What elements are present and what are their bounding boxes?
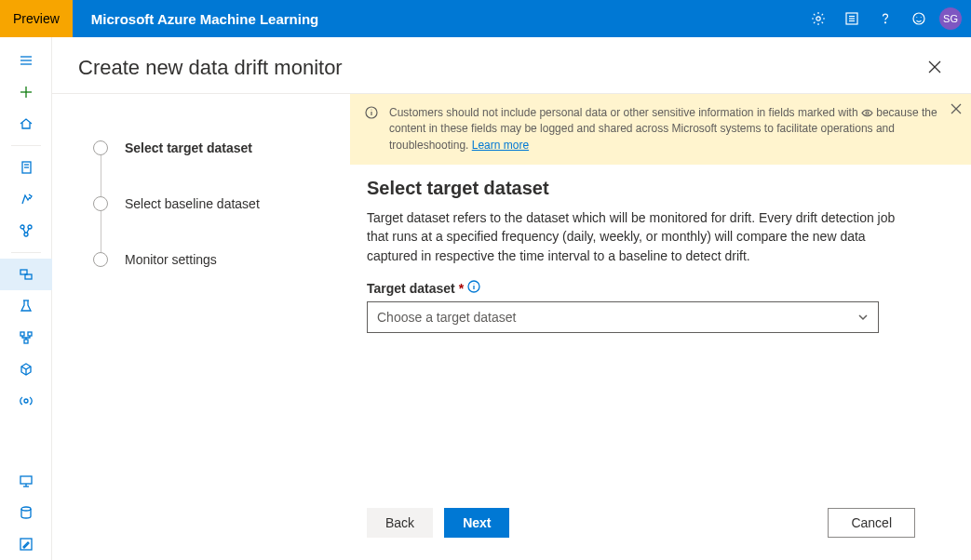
checklist-icon[interactable] [835,0,869,37]
svg-point-26 [24,399,28,403]
wizard-step-label: Select baseline dataset [125,196,260,211]
back-button[interactable]: Back [367,508,433,538]
content-pane: Customers should not include personal da… [350,94,971,560]
svg-point-8 [921,17,922,18]
feedback-icon[interactable] [902,0,936,37]
next-button[interactable]: Next [444,508,509,538]
svg-rect-27 [20,476,32,484]
product-title: Microsoft Azure Machine Learning [91,11,318,27]
wizard-step-label: Monitor settings [125,252,217,267]
step-connector [101,211,101,252]
page-title: Create new data drift monitor [78,56,343,80]
wizard-footer: Back Next Cancel [350,495,971,560]
flask-icon[interactable] [0,290,52,322]
avatar[interactable]: SG [939,7,962,30]
section-description: Target dataset refers to the dataset whi… [367,208,897,265]
chevron-down-icon [857,312,869,323]
svg-rect-23 [20,332,24,336]
plus-icon[interactable] [0,76,52,108]
svg-point-42 [474,284,475,285]
cube-icon[interactable] [0,353,52,385]
target-dataset-dropdown[interactable]: Choose a target dataset [367,301,879,333]
dismiss-icon[interactable] [951,103,962,119]
required-asterisk: * [459,281,464,296]
storage-icon[interactable] [0,497,52,528]
compute-icon[interactable] [0,465,52,497]
info-icon[interactable] [467,280,480,296]
wizard-step-baseline[interactable]: Select baseline dataset [93,196,328,211]
top-header: Preview Microsoft Azure Machine Learning… [0,0,971,37]
designer-icon[interactable] [0,322,52,353]
wizard-step-target[interactable]: Select target dataset [93,140,328,155]
svg-point-6 [913,13,924,24]
cancel-button[interactable]: Cancel [828,508,915,538]
dataset-icon[interactable] [0,259,52,290]
left-nav [0,37,52,560]
svg-point-36 [371,110,372,111]
svg-point-0 [816,17,820,20]
header-actions: SG [802,0,971,37]
help-icon[interactable] [869,0,902,37]
hamburger-icon[interactable] [0,45,52,76]
svg-point-5 [885,22,886,23]
svg-point-17 [20,225,24,229]
gear-icon[interactable] [802,0,835,37]
svg-point-7 [916,17,917,18]
page-header: Create new data drift monitor [52,37,971,94]
wizard-steps: Select target dataset Select baseline da… [52,94,350,560]
field-label: Target dataset * [367,280,915,296]
main-panel: Create new data drift monitor Select tar… [52,37,971,560]
svg-rect-25 [24,340,28,343]
form-area: Select target dataset Target dataset ref… [350,165,971,495]
home-icon[interactable] [0,108,52,140]
eye-icon [861,107,873,119]
step-circle-icon [93,196,108,211]
dropdown-placeholder: Choose a target dataset [377,310,516,325]
section-title: Select target dataset [367,178,915,199]
preview-badge: Preview [0,0,73,37]
notice-text: Customers should not include personal da… [389,105,956,153]
svg-point-37 [866,112,869,114]
step-circle-icon [93,140,108,155]
svg-rect-20 [20,270,27,274]
info-icon [365,106,380,121]
wizard-step-label: Select target dataset [125,140,252,155]
privacy-notice: Customers should not include personal da… [350,94,971,165]
pipeline-icon[interactable] [0,215,52,247]
wizard-step-settings[interactable]: Monitor settings [93,252,328,267]
svg-rect-24 [28,332,32,336]
svg-point-18 [28,225,32,229]
svg-point-30 [21,507,31,511]
edit-icon[interactable] [0,528,52,560]
learn-more-link[interactable]: Learn more [472,139,529,152]
notebook-icon[interactable] [0,152,52,183]
automl-icon[interactable] [0,183,52,215]
step-connector [101,155,101,196]
step-circle-icon [93,252,108,267]
svg-point-19 [24,233,28,236]
endpoint-icon[interactable] [0,385,52,417]
close-icon[interactable] [924,57,945,80]
svg-rect-21 [25,274,32,279]
